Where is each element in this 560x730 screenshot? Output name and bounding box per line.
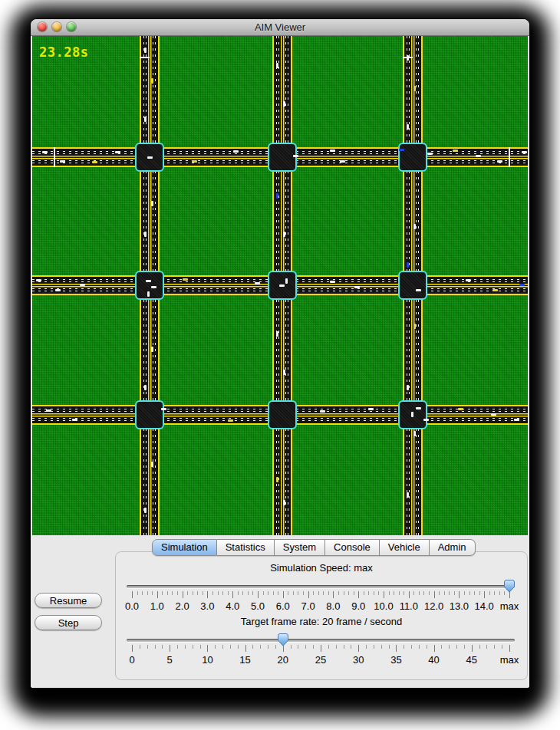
tick-label: max bbox=[500, 600, 519, 612]
window-titlebar[interactable]: AIM Viewer bbox=[31, 19, 529, 36]
tick-mark bbox=[479, 645, 480, 649]
tick-mark bbox=[140, 645, 140, 649]
zoom-button[interactable] bbox=[67, 22, 76, 31]
tick-mark bbox=[404, 591, 404, 595]
road-sensor-line bbox=[54, 147, 55, 167]
tick-mark bbox=[313, 591, 314, 595]
tick-mark bbox=[434, 591, 435, 598]
tick-mark bbox=[449, 591, 450, 595]
vehicle bbox=[283, 101, 285, 107]
close-button[interactable] bbox=[38, 22, 47, 31]
tick-mark bbox=[305, 645, 306, 649]
vehicle bbox=[340, 160, 345, 163]
tick-label: 9.0 bbox=[351, 600, 365, 612]
vehicle bbox=[522, 151, 527, 153]
tick-mark bbox=[494, 645, 495, 649]
tick-label: 5 bbox=[167, 654, 173, 666]
minimize-button[interactable] bbox=[52, 22, 61, 31]
tick-mark bbox=[344, 591, 344, 595]
tick-mark bbox=[484, 591, 485, 598]
tick-mark bbox=[291, 645, 292, 649]
tick-label: 14.0 bbox=[475, 600, 494, 612]
tick-mark bbox=[336, 645, 337, 649]
intersection bbox=[135, 400, 164, 429]
tick-mark bbox=[303, 591, 304, 595]
vehicle bbox=[330, 150, 335, 152]
tick-mark bbox=[260, 645, 261, 649]
vehicle bbox=[192, 160, 197, 163]
tick-mark bbox=[333, 591, 334, 598]
tick-mark bbox=[441, 645, 442, 649]
vehicle bbox=[146, 280, 151, 282]
simulation-canvas[interactable]: 23.28s bbox=[32, 36, 528, 535]
tick-mark bbox=[439, 591, 440, 595]
tick-mark bbox=[464, 645, 465, 649]
tick-mark bbox=[155, 645, 156, 649]
tick-mark bbox=[193, 645, 193, 649]
vehicle bbox=[144, 48, 147, 53]
tick-mark bbox=[273, 591, 274, 595]
tab-console[interactable]: Console bbox=[325, 539, 380, 556]
intersection bbox=[268, 400, 297, 429]
tick-mark bbox=[404, 645, 404, 649]
vehicle bbox=[46, 409, 51, 412]
tick-mark bbox=[459, 591, 460, 598]
tick-mark bbox=[378, 591, 379, 595]
vehicle bbox=[255, 282, 260, 284]
tick-mark bbox=[474, 591, 475, 595]
vehicle bbox=[151, 201, 153, 206]
vehicle bbox=[279, 284, 285, 287]
tick-label: 25 bbox=[315, 654, 326, 666]
tick-mark bbox=[389, 591, 390, 595]
tab-system[interactable]: System bbox=[275, 539, 325, 556]
road-sensor-line bbox=[140, 57, 150, 58]
slider-tick-labels: 0.01.02.03.04.05.06.07.08.09.010.011.012… bbox=[127, 600, 515, 613]
tick-mark bbox=[142, 591, 143, 595]
speed-slider-label: Simulation Speed: max bbox=[116, 562, 527, 574]
tab-statistics[interactable]: Statistics bbox=[217, 539, 275, 556]
tick-label: 7.0 bbox=[301, 600, 315, 612]
tick-mark bbox=[203, 591, 203, 595]
vehicle bbox=[283, 500, 285, 505]
tick-mark bbox=[172, 591, 173, 595]
tick-mark bbox=[351, 645, 351, 649]
tab-vehicle[interactable]: Vehicle bbox=[380, 539, 430, 556]
tick-mark bbox=[454, 591, 455, 595]
tick-mark bbox=[212, 591, 213, 595]
slider-track[interactable] bbox=[127, 585, 515, 588]
tick-label: 13.0 bbox=[450, 600, 469, 612]
simulation-speed-slider[interactable]: 0.01.02.03.04.05.06.07.08.09.010.011.012… bbox=[127, 581, 515, 618]
tab-admin[interactable]: Admin bbox=[430, 539, 476, 556]
tick-mark bbox=[494, 591, 495, 595]
tick-mark bbox=[366, 645, 367, 649]
tick-mark bbox=[313, 645, 314, 649]
tick-mark bbox=[374, 645, 374, 649]
tick-mark bbox=[509, 645, 510, 652]
vehicle bbox=[453, 150, 458, 152]
vehicle bbox=[407, 492, 409, 498]
tick-mark bbox=[396, 645, 397, 652]
vehicle bbox=[407, 385, 409, 390]
tick-mark bbox=[230, 645, 231, 649]
vehicle bbox=[42, 151, 48, 153]
vehicle bbox=[276, 477, 278, 482]
tab-simulation[interactable]: Simulation bbox=[152, 539, 217, 556]
tick-mark bbox=[263, 591, 264, 595]
slider-track[interactable] bbox=[127, 639, 515, 642]
tick-mark bbox=[374, 591, 374, 595]
tick-mark bbox=[222, 645, 223, 649]
slider-thumb[interactable] bbox=[278, 633, 288, 646]
tick-label: 10 bbox=[202, 654, 212, 666]
slider-thumb[interactable] bbox=[504, 580, 515, 593]
step-button[interactable]: Step bbox=[35, 615, 102, 630]
tick-mark bbox=[132, 645, 133, 652]
target-framerate-slider[interactable]: 051015202530354045max bbox=[127, 635, 515, 672]
tick-mark bbox=[323, 591, 324, 595]
resume-button[interactable]: Resume bbox=[35, 593, 102, 608]
intersection bbox=[398, 143, 427, 172]
tick-mark bbox=[278, 591, 278, 595]
vehicle bbox=[293, 155, 298, 157]
tick-mark bbox=[419, 645, 420, 649]
tick-mark bbox=[434, 645, 435, 652]
tick-mark bbox=[502, 645, 502, 649]
